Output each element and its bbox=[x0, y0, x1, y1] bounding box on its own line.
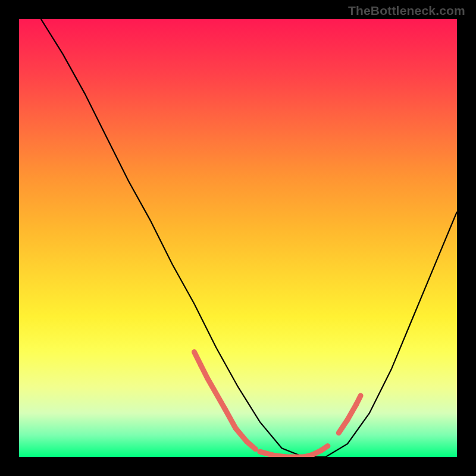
plot-area bbox=[19, 19, 457, 457]
svg-line-2 bbox=[208, 378, 225, 409]
svg-line-14 bbox=[356, 396, 361, 405]
curve-svg bbox=[19, 19, 457, 457]
chart-frame: TheBottleneck.com bbox=[0, 0, 476, 476]
svg-line-3 bbox=[225, 409, 236, 428]
watermark-label: TheBottleneck.com bbox=[348, 4, 465, 18]
main-curve bbox=[41, 19, 457, 457]
svg-line-5 bbox=[247, 441, 256, 449]
svg-line-11 bbox=[321, 446, 328, 450]
highlight-dashes bbox=[194, 352, 361, 457]
